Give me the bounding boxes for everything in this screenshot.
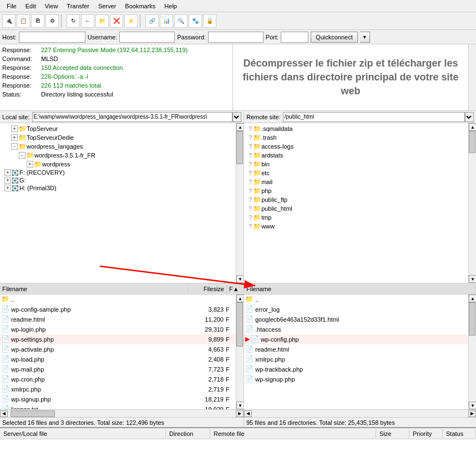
menu-file[interactable]: File bbox=[2, 2, 21, 11]
list-item[interactable]: wp-activate.php 4,663 F bbox=[0, 344, 244, 354]
tree-item-topserveur[interactable]: + TopServeur bbox=[0, 124, 244, 133]
tree-item-g[interactable]: + 💽 G: bbox=[0, 176, 244, 184]
local-file-scroll-up[interactable]: ▲ bbox=[236, 294, 244, 302]
tree-item-wordpress-langages[interactable]: - wordpress_langages bbox=[0, 142, 244, 151]
list-item[interactable]: .. bbox=[0, 294, 244, 304]
toolbar-btn-8[interactable]: 📊 bbox=[160, 14, 173, 28]
toolbar-btn-7[interactable]: 🔗 bbox=[145, 14, 159, 28]
toolbar-btn-4[interactable]: ⚙ bbox=[45, 14, 59, 28]
expand-wordpress-351[interactable]: - bbox=[19, 152, 26, 159]
toolbar-btn-5[interactable]: 📁 bbox=[95, 14, 109, 28]
remote-scroll-left[interactable]: ◀ bbox=[244, 410, 252, 417]
list-item[interactable]: error_log bbox=[244, 304, 476, 314]
remote-tree-scrollthumb[interactable] bbox=[469, 131, 475, 153]
tree-item-public-ftp[interactable]: ? public_ftp bbox=[244, 195, 476, 204]
remote-path-dropdown[interactable]: ▼ bbox=[465, 112, 474, 122]
menu-view[interactable]: View bbox=[40, 2, 63, 11]
tree-item-ardstats[interactable]: ? ardstats bbox=[244, 151, 476, 160]
tree-item-wordpress-351[interactable]: - wordpress-3.5.1-fr_FR bbox=[0, 151, 244, 160]
toolbar-btn-back[interactable]: ← bbox=[81, 14, 94, 28]
toolbar-btn-10[interactable]: 🐾 bbox=[189, 14, 202, 28]
list-item[interactable]: wp-trackback.php bbox=[244, 364, 476, 374]
remote-tree-scrollbar[interactable]: ▲ ▼ bbox=[468, 123, 476, 283]
tree-item-access-logs[interactable]: ? access-logs bbox=[244, 142, 476, 151]
expand-recovery[interactable]: + bbox=[4, 169, 11, 176]
menu-help[interactable]: Help bbox=[160, 2, 181, 11]
remote-path-input[interactable] bbox=[283, 112, 465, 122]
toolbar-btn-11[interactable]: 🔒 bbox=[203, 14, 216, 28]
toolbar-btn-2[interactable]: 📋 bbox=[17, 14, 30, 28]
remote-file-scrollbar[interactable]: ▲ ▼ bbox=[468, 294, 476, 409]
list-item[interactable]: .htaccess bbox=[244, 324, 476, 334]
expand-g[interactable]: + bbox=[4, 177, 11, 184]
tree-item-bin[interactable]: ? bin bbox=[244, 160, 476, 169]
local-file-scrollthumb[interactable] bbox=[236, 302, 243, 347]
expand-wordpress-langages[interactable]: - bbox=[11, 143, 18, 150]
local-file-scrollbar[interactable]: ▲ ▼ bbox=[236, 294, 244, 409]
list-item[interactable]: wp-settings.php 9,899 F bbox=[0, 334, 244, 344]
log-scrollbar[interactable] bbox=[468, 44, 476, 111]
remote-h-scrollbar[interactable]: ◀ ▶ bbox=[244, 409, 476, 417]
list-item[interactable]: xmlrpc.php 2,719 F bbox=[0, 384, 244, 394]
remote-file-scroll-down[interactable]: ▼ bbox=[469, 402, 476, 409]
tree-item-tmp[interactable]: ? tmp bbox=[244, 213, 476, 222]
host-input[interactable] bbox=[19, 32, 85, 43]
toolbar-btn-6[interactable]: ⚡ bbox=[124, 14, 138, 28]
toolbar-btn-3[interactable]: 🖹 bbox=[31, 14, 44, 28]
quickconnect-button[interactable]: Quickconnect bbox=[311, 32, 358, 43]
tree-item-etc[interactable]: ? etc bbox=[244, 169, 476, 177]
list-item[interactable]: wp-cron.php 2,718 F bbox=[0, 374, 244, 384]
tree-item-php[interactable]: ? php bbox=[244, 186, 476, 195]
toolbar-btn-9[interactable]: 🔍 bbox=[174, 14, 188, 28]
list-item[interactable]: wp-mail.php 7,723 F bbox=[0, 364, 244, 374]
tree-item-recovery[interactable]: + 💽 F: (RECOVERY) bbox=[0, 169, 244, 176]
remote-scroll-right[interactable]: ▶ bbox=[468, 410, 476, 417]
toolbar-btn-1[interactable]: 🔌 bbox=[2, 14, 16, 28]
list-item[interactable]: xmlrpc.php bbox=[244, 354, 476, 364]
remote-file-scroll-up[interactable]: ▲ bbox=[469, 294, 476, 302]
local-tree-scrollthumb[interactable] bbox=[236, 131, 243, 164]
local-tree-scroll-down[interactable]: ▼ bbox=[236, 275, 244, 283]
port-input[interactable] bbox=[281, 32, 308, 43]
tree-item-wordpress[interactable]: + wordpress bbox=[0, 160, 244, 169]
tree-item-trash[interactable]: ? .trash bbox=[244, 133, 476, 142]
toolbar-btn-refresh[interactable]: ↻ bbox=[67, 14, 80, 28]
local-scroll-right[interactable]: ▶ bbox=[236, 410, 244, 417]
expand-topserveurdedie[interactable]: + bbox=[11, 134, 18, 141]
tree-item-sqmaildata[interactable]: ? .sqmaildata bbox=[244, 124, 476, 133]
list-item[interactable]: wp-load.php 2,408 F bbox=[0, 354, 244, 364]
local-scroll-left[interactable]: ◀ bbox=[0, 410, 8, 417]
toolbar-btn-cancel[interactable]: ❌ bbox=[110, 14, 123, 28]
list-item[interactable]: readme.html 11,200 F bbox=[0, 314, 244, 324]
menu-server[interactable]: Server bbox=[94, 2, 120, 11]
list-item[interactable]: wp-login.php 29,310 F bbox=[0, 324, 244, 334]
local-tree-scrollbar[interactable]: ▲ ▼ bbox=[236, 123, 244, 283]
remote-file-scrollthumb[interactable] bbox=[469, 302, 475, 336]
local-path-dropdown[interactable]: ▼ bbox=[232, 112, 241, 122]
username-input[interactable] bbox=[119, 32, 175, 43]
local-file-scroll-down[interactable]: ▼ bbox=[236, 402, 244, 409]
remote-tree-scroll-up[interactable]: ▲ bbox=[469, 123, 476, 131]
tree-item-mail[interactable]: ? mail bbox=[244, 177, 476, 186]
tree-item-topserveurdedie[interactable]: + TopServeurDedie bbox=[0, 133, 244, 142]
local-h-scrollbar[interactable]: ◀ ▶ bbox=[0, 409, 244, 417]
list-item[interactable]: readme.html bbox=[244, 344, 476, 354]
expand-h[interactable]: + bbox=[4, 185, 11, 191]
tree-item-public-html[interactable]: ? public_html bbox=[244, 204, 476, 213]
list-item[interactable]: googlecb6e463a152d33f1.html bbox=[244, 314, 476, 324]
tree-item-h[interactable]: + 💽 H: (Primal3D) bbox=[0, 184, 244, 192]
menu-edit[interactable]: Edit bbox=[21, 2, 40, 11]
local-tree-scroll-up[interactable]: ▲ bbox=[236, 123, 244, 131]
local-h-thumb[interactable] bbox=[11, 410, 55, 417]
expand-topserveur[interactable]: + bbox=[11, 125, 18, 132]
menu-transfer[interactable]: Transfer bbox=[62, 2, 94, 11]
expand-wordpress[interactable]: + bbox=[27, 161, 33, 167]
list-item[interactable]: .. bbox=[244, 294, 476, 304]
local-path-input[interactable] bbox=[32, 112, 232, 122]
list-item[interactable]: wp-signup.php bbox=[244, 374, 476, 384]
list-item[interactable]: ▶ wp-config.php bbox=[244, 334, 476, 344]
tree-item-www[interactable]: ? www bbox=[244, 222, 476, 231]
remote-tree-scroll-down[interactable]: ▼ bbox=[469, 275, 476, 283]
quickconnect-dropdown[interactable]: ▼ bbox=[360, 32, 370, 43]
list-item[interactable]: licence.txt 19,929 F bbox=[0, 404, 244, 409]
